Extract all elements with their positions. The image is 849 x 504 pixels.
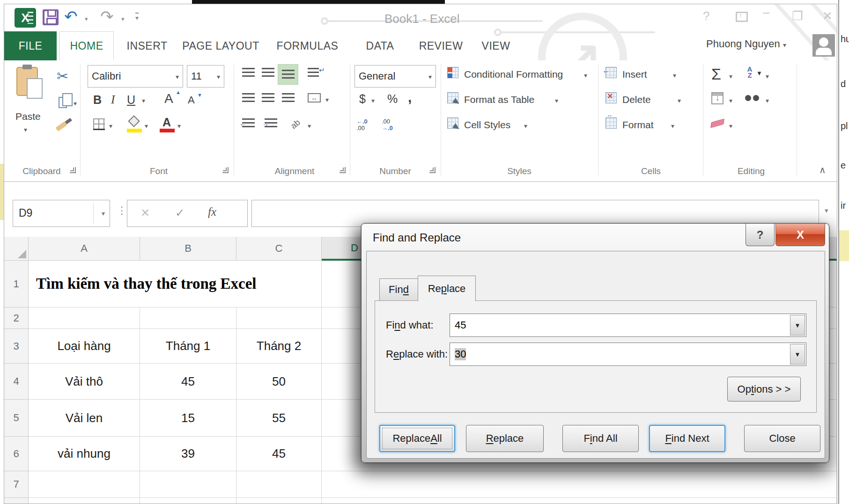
tab-find-dialog[interactable]: Find	[379, 278, 418, 301]
merge-center-icon[interactable]: ↔	[308, 93, 321, 102]
row-header-7[interactable]: 7	[4, 471, 29, 498]
grow-font-button[interactable]: A	[164, 91, 173, 106]
close-icon[interactable]: ✕	[822, 9, 833, 23]
redo-dropdown-icon[interactable]: ▾	[121, 15, 125, 22]
cell-b7[interactable]	[140, 471, 236, 498]
row-header-4[interactable]: 4	[4, 364, 29, 400]
tab-review[interactable]: REVIEW	[409, 31, 472, 60]
tab-file[interactable]: FILE	[4, 31, 57, 60]
name-box[interactable]: D9 ▾	[13, 200, 110, 227]
insert-dropdown-icon[interactable]: ▾	[673, 72, 676, 79]
row-header-3[interactable]: 3	[4, 329, 29, 364]
paste-button[interactable]: Paste	[15, 111, 41, 122]
cell-styles-dropdown-icon[interactable]: ▾	[524, 122, 527, 130]
options-button[interactable]: Options > >	[727, 377, 801, 402]
number-format-combo[interactable]: General ▾	[354, 65, 436, 88]
sort-filter-icon[interactable]: AZ	[745, 66, 754, 78]
underline-button[interactable]: U	[127, 93, 135, 107]
row-header-6[interactable]: 6	[4, 437, 29, 471]
replace-button[interactable]: Replace	[466, 425, 544, 452]
conditional-formatting-icon[interactable]	[447, 67, 458, 78]
cell-d8[interactable]	[322, 498, 837, 504]
cell-c2[interactable]	[236, 307, 322, 329]
undo-icon[interactable]: ↶	[64, 7, 78, 26]
merge-dropdown-icon[interactable]: ▾	[325, 96, 329, 103]
cell-b3[interactable]: Tháng 1	[140, 329, 236, 364]
cell-a7[interactable]	[29, 471, 140, 498]
insert-cells-button[interactable]: Insert	[622, 69, 647, 80]
find-select-icon[interactable]	[745, 94, 759, 102]
delete-cells-icon[interactable]: ✕	[605, 92, 617, 103]
bold-button[interactable]: B	[93, 93, 102, 107]
collapse-ribbon-icon[interactable]: ∧	[819, 164, 826, 175]
decrease-decimal-icon[interactable]: .00→.0	[382, 118, 393, 131]
insert-function-icon[interactable]: fx	[208, 205, 216, 219]
currency-button[interactable]: $	[359, 92, 366, 106]
tab-data[interactable]: DATA	[351, 31, 409, 60]
underline-dropdown-icon[interactable]: ▾	[142, 97, 145, 104]
align-left-icon[interactable]	[242, 93, 255, 102]
dialog-help-button[interactable]: ?	[746, 224, 775, 246]
replace-with-input[interactable]: 30 ▼	[450, 343, 806, 366]
middle-align-icon[interactable]	[262, 68, 274, 77]
shrink-font-button[interactable]: A	[188, 94, 195, 106]
row-header-2[interactable]: 2	[4, 307, 29, 329]
cell-c5[interactable]: 55	[236, 400, 322, 437]
column-header-a[interactable]: A	[29, 237, 140, 261]
find-what-input[interactable]: 45 ▼	[450, 314, 806, 337]
autosum-dropdown-icon[interactable]: ▾	[729, 73, 732, 80]
cell-styles-button[interactable]: Cell Styles	[464, 119, 510, 131]
cell-c7[interactable]	[236, 471, 322, 498]
font-dialog-launcher-icon[interactable]	[222, 167, 229, 173]
cell-c8[interactable]	[236, 498, 322, 504]
orientation-dropdown-icon[interactable]: ▾	[308, 122, 311, 130]
cell-b2[interactable]	[140, 307, 236, 329]
formula-bar-splitter[interactable]: ⋮	[117, 205, 127, 217]
replace-all-button[interactable]: Replace All	[379, 425, 455, 452]
tab-formulas[interactable]: FORMULAS	[264, 31, 351, 60]
font-color-button[interactable]: A	[162, 116, 171, 129]
fill-color-dropdown-icon[interactable]: ▾	[145, 122, 148, 130]
account-menu[interactable]: Phuong Nguyen ▾	[706, 38, 786, 50]
cell-c4[interactable]: 50	[236, 364, 322, 400]
cell-a2[interactable]	[29, 307, 140, 329]
cell-b8[interactable]	[140, 498, 236, 504]
paste-dropdown-icon[interactable]: ▾	[24, 126, 27, 133]
fill-down-icon[interactable]: ↓	[711, 92, 723, 104]
percent-button[interactable]: %	[387, 92, 398, 106]
cell-a4[interactable]: Vải thô	[29, 364, 140, 400]
format-painter-icon[interactable]	[55, 121, 67, 131]
wrap-text-icon[interactable]	[308, 68, 319, 77]
format-cells-button[interactable]: Format	[622, 119, 654, 131]
cell-a5[interactable]: Vải len	[29, 400, 140, 437]
tab-view[interactable]: VIEW	[472, 31, 519, 60]
format-as-table-dropdown-icon[interactable]: ▾	[555, 97, 558, 104]
cell-styles-icon[interactable]	[447, 117, 458, 129]
row-header-8-partial[interactable]	[4, 498, 29, 504]
find-all-button[interactable]: Find All	[562, 425, 639, 452]
restore-icon[interactable]: ❐	[792, 9, 803, 23]
row-header-5[interactable]: 5	[4, 400, 29, 437]
format-dropdown-icon[interactable]: ▾	[671, 122, 674, 130]
tab-page-layout[interactable]: PAGE LAYOUT	[177, 31, 264, 60]
close-button[interactable]: Close	[744, 425, 820, 452]
find-next-button[interactable]: Find Next	[649, 425, 725, 452]
copy-icon[interactable]	[59, 97, 67, 108]
column-header-b[interactable]: B	[140, 237, 236, 261]
clear-icon[interactable]	[710, 118, 724, 128]
delete-cells-button[interactable]: Delete	[622, 94, 651, 105]
delete-dropdown-icon[interactable]: ▾	[678, 97, 681, 104]
help-icon[interactable]: ?	[703, 9, 709, 23]
tab-home[interactable]: HOME	[59, 31, 114, 60]
cell-c3[interactable]: Tháng 2	[236, 329, 322, 364]
find-what-dropdown-icon[interactable]: ▼	[790, 315, 805, 336]
fill-dropdown-icon[interactable]: ▾	[729, 97, 732, 104]
borders-dropdown-icon[interactable]: ▾	[109, 122, 112, 130]
avatar[interactable]	[812, 34, 835, 57]
cell-c6[interactable]: 45	[236, 437, 322, 471]
currency-dropdown-icon[interactable]: ▾	[371, 97, 375, 104]
paste-icon[interactable]	[16, 67, 38, 96]
borders-icon[interactable]	[93, 118, 105, 130]
format-as-table-button[interactable]: Format as Table	[464, 94, 534, 105]
cell-a3[interactable]: Loại hàng	[29, 329, 140, 364]
